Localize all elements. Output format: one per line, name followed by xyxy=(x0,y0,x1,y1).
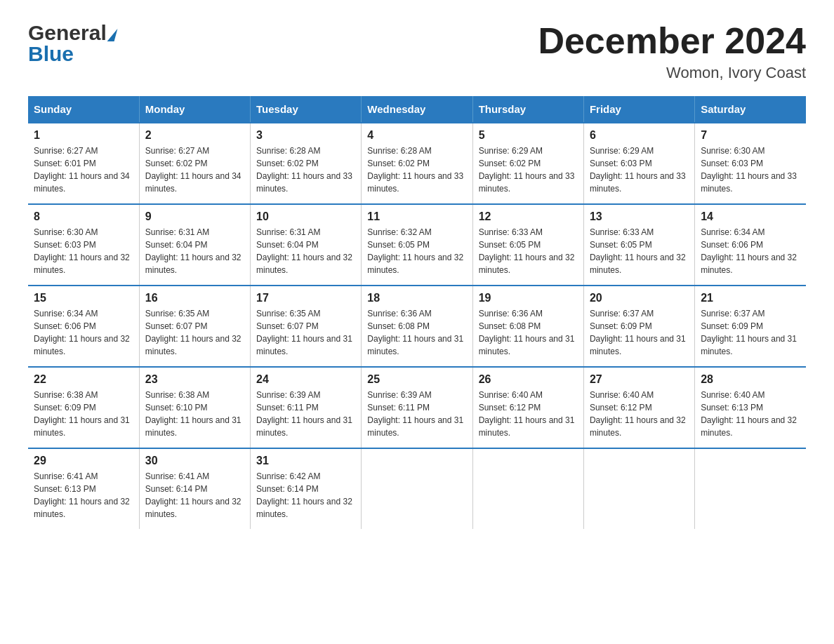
title-block: December 2024 Womon, Ivory Coast xyxy=(538,21,806,82)
calendar-day-cell: 28Sunrise: 6:40 AMSunset: 6:13 PMDayligh… xyxy=(695,367,806,448)
calendar-day-cell: 24Sunrise: 6:39 AMSunset: 6:11 PMDayligh… xyxy=(251,367,362,448)
day-info: Sunrise: 6:41 AMSunset: 6:13 PMDaylight:… xyxy=(34,470,133,521)
day-info: Sunrise: 6:30 AMSunset: 6:03 PMDaylight:… xyxy=(701,145,800,195)
day-info: Sunrise: 6:34 AMSunset: 6:06 PMDaylight:… xyxy=(34,307,133,358)
day-info: Sunrise: 6:31 AMSunset: 6:04 PMDaylight:… xyxy=(256,226,355,276)
day-info: Sunrise: 6:27 AMSunset: 6:01 PMDaylight:… xyxy=(34,145,133,195)
calendar-day-cell: 6Sunrise: 6:29 AMSunset: 6:03 PMDaylight… xyxy=(583,123,694,204)
day-info: Sunrise: 6:29 AMSunset: 6:02 PMDaylight:… xyxy=(479,145,578,195)
day-number: 16 xyxy=(145,292,244,304)
calendar-header-sunday: Sunday xyxy=(28,96,139,123)
day-number: 22 xyxy=(34,373,133,386)
calendar-header-saturday: Saturday xyxy=(695,96,806,123)
day-info: Sunrise: 6:36 AMSunset: 6:08 PMDaylight:… xyxy=(479,307,578,358)
day-info: Sunrise: 6:36 AMSunset: 6:08 PMDaylight:… xyxy=(367,307,466,358)
day-number: 30 xyxy=(145,455,244,467)
calendar-week-row-2: 8Sunrise: 6:30 AMSunset: 6:03 PMDaylight… xyxy=(28,204,806,286)
day-number: 29 xyxy=(34,455,133,467)
calendar-day-cell: 9Sunrise: 6:31 AMSunset: 6:04 PMDaylight… xyxy=(139,204,250,286)
day-info: Sunrise: 6:33 AMSunset: 6:05 PMDaylight:… xyxy=(479,226,578,276)
calendar-day-cell: 31Sunrise: 6:42 AMSunset: 6:14 PMDayligh… xyxy=(251,448,362,529)
day-info: Sunrise: 6:39 AMSunset: 6:11 PMDaylight:… xyxy=(256,389,355,439)
day-number: 23 xyxy=(145,373,244,386)
page-location: Womon, Ivory Coast xyxy=(538,64,806,82)
day-info: Sunrise: 6:35 AMSunset: 6:07 PMDaylight:… xyxy=(145,307,244,358)
day-number: 17 xyxy=(256,292,355,304)
day-info: Sunrise: 6:32 AMSunset: 6:05 PMDaylight:… xyxy=(367,226,466,276)
calendar-day-cell: 29Sunrise: 6:41 AMSunset: 6:13 PMDayligh… xyxy=(28,448,139,529)
calendar-day-cell: 15Sunrise: 6:34 AMSunset: 6:06 PMDayligh… xyxy=(28,286,139,367)
calendar-day-cell: 25Sunrise: 6:39 AMSunset: 6:11 PMDayligh… xyxy=(362,367,472,448)
calendar-day-cell: 1Sunrise: 6:27 AMSunset: 6:01 PMDaylight… xyxy=(28,123,139,204)
calendar-day-cell: 11Sunrise: 6:32 AMSunset: 6:05 PMDayligh… xyxy=(362,204,472,286)
day-info: Sunrise: 6:35 AMSunset: 6:07 PMDaylight:… xyxy=(256,307,355,358)
calendar-day-cell xyxy=(362,448,472,529)
day-number: 21 xyxy=(701,292,800,304)
calendar-header-friday: Friday xyxy=(583,96,694,123)
calendar-day-cell: 30Sunrise: 6:41 AMSunset: 6:14 PMDayligh… xyxy=(139,448,250,529)
calendar-header-monday: Monday xyxy=(139,96,250,123)
day-info: Sunrise: 6:28 AMSunset: 6:02 PMDaylight:… xyxy=(367,145,466,195)
day-info: Sunrise: 6:40 AMSunset: 6:13 PMDaylight:… xyxy=(701,389,800,439)
calendar-day-cell: 8Sunrise: 6:30 AMSunset: 6:03 PMDaylight… xyxy=(28,204,139,286)
day-info: Sunrise: 6:38 AMSunset: 6:09 PMDaylight:… xyxy=(34,389,133,439)
logo-blue-text: Blue xyxy=(28,42,74,66)
calendar-day-cell: 2Sunrise: 6:27 AMSunset: 6:02 PMDaylight… xyxy=(139,123,250,204)
calendar-day-cell xyxy=(472,448,583,529)
day-number: 25 xyxy=(367,373,466,386)
calendar-day-cell: 14Sunrise: 6:34 AMSunset: 6:06 PMDayligh… xyxy=(695,204,806,286)
calendar-week-row-5: 29Sunrise: 6:41 AMSunset: 6:13 PMDayligh… xyxy=(28,448,806,529)
day-number: 7 xyxy=(701,129,800,142)
calendar-day-cell: 21Sunrise: 6:37 AMSunset: 6:09 PMDayligh… xyxy=(695,286,806,367)
day-number: 10 xyxy=(256,210,355,223)
calendar-table: SundayMondayTuesdayWednesdayThursdayFrid… xyxy=(28,96,806,529)
day-number: 2 xyxy=(145,129,244,142)
calendar-day-cell: 18Sunrise: 6:36 AMSunset: 6:08 PMDayligh… xyxy=(362,286,472,367)
day-number: 4 xyxy=(367,129,466,142)
day-info: Sunrise: 6:38 AMSunset: 6:10 PMDaylight:… xyxy=(145,389,244,439)
day-number: 19 xyxy=(479,292,578,304)
calendar-day-cell: 19Sunrise: 6:36 AMSunset: 6:08 PMDayligh… xyxy=(472,286,583,367)
day-info: Sunrise: 6:37 AMSunset: 6:09 PMDaylight:… xyxy=(590,307,689,358)
day-info: Sunrise: 6:28 AMSunset: 6:02 PMDaylight:… xyxy=(256,145,355,195)
day-number: 9 xyxy=(145,210,244,223)
day-number: 18 xyxy=(367,292,466,304)
calendar-day-cell: 22Sunrise: 6:38 AMSunset: 6:09 PMDayligh… xyxy=(28,367,139,448)
day-info: Sunrise: 6:39 AMSunset: 6:11 PMDaylight:… xyxy=(367,389,466,439)
calendar-day-cell: 26Sunrise: 6:40 AMSunset: 6:12 PMDayligh… xyxy=(472,367,583,448)
logo-triangle-icon xyxy=(107,29,117,41)
page-header: General Blue December 2024 Womon, Ivory … xyxy=(28,21,806,82)
day-number: 28 xyxy=(701,373,800,386)
day-number: 14 xyxy=(701,210,800,223)
day-info: Sunrise: 6:41 AMSunset: 6:14 PMDaylight:… xyxy=(145,470,244,521)
day-info: Sunrise: 6:40 AMSunset: 6:12 PMDaylight:… xyxy=(479,389,578,439)
day-number: 5 xyxy=(479,129,578,142)
logo-general-text: General xyxy=(28,21,107,45)
calendar-day-cell: 20Sunrise: 6:37 AMSunset: 6:09 PMDayligh… xyxy=(583,286,694,367)
calendar-day-cell: 27Sunrise: 6:40 AMSunset: 6:12 PMDayligh… xyxy=(583,367,694,448)
day-number: 13 xyxy=(590,210,689,223)
calendar-day-cell: 4Sunrise: 6:28 AMSunset: 6:02 PMDaylight… xyxy=(362,123,472,204)
day-number: 27 xyxy=(590,373,689,386)
day-number: 15 xyxy=(34,292,133,304)
day-info: Sunrise: 6:30 AMSunset: 6:03 PMDaylight:… xyxy=(34,226,133,276)
day-number: 6 xyxy=(590,129,689,142)
calendar-header-tuesday: Tuesday xyxy=(251,96,362,123)
calendar-week-row-3: 15Sunrise: 6:34 AMSunset: 6:06 PMDayligh… xyxy=(28,286,806,367)
day-number: 11 xyxy=(367,210,466,223)
day-number: 8 xyxy=(34,210,133,223)
day-number: 24 xyxy=(256,373,355,386)
calendar-header-thursday: Thursday xyxy=(472,96,583,123)
day-info: Sunrise: 6:37 AMSunset: 6:09 PMDaylight:… xyxy=(701,307,800,358)
day-number: 12 xyxy=(479,210,578,223)
calendar-day-cell xyxy=(583,448,694,529)
calendar-day-cell: 12Sunrise: 6:33 AMSunset: 6:05 PMDayligh… xyxy=(472,204,583,286)
calendar-header-wednesday: Wednesday xyxy=(362,96,472,123)
calendar-day-cell: 16Sunrise: 6:35 AMSunset: 6:07 PMDayligh… xyxy=(139,286,250,367)
calendar-day-cell: 23Sunrise: 6:38 AMSunset: 6:10 PMDayligh… xyxy=(139,367,250,448)
calendar-week-row-4: 22Sunrise: 6:38 AMSunset: 6:09 PMDayligh… xyxy=(28,367,806,448)
calendar-day-cell: 10Sunrise: 6:31 AMSunset: 6:04 PMDayligh… xyxy=(251,204,362,286)
day-info: Sunrise: 6:42 AMSunset: 6:14 PMDaylight:… xyxy=(256,470,355,521)
calendar-day-cell: 5Sunrise: 6:29 AMSunset: 6:02 PMDaylight… xyxy=(472,123,583,204)
calendar-day-cell xyxy=(695,448,806,529)
